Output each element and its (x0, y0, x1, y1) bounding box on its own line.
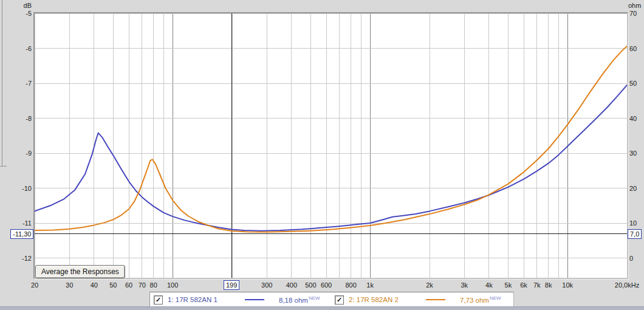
ohm-tick-label: 50 (629, 79, 637, 88)
freq-tick-label: 6k (520, 281, 527, 289)
db-tick-label: -9 (9, 149, 32, 157)
legend-item-1: ✓ 1: 17R 582AN 1 8,18 ohmNEW (150, 292, 331, 307)
left-axis-unit: dB (12, 2, 32, 9)
db-tick-label: -7 (9, 79, 32, 88)
freq-tick-label: 2k (426, 281, 433, 289)
series2-checkbox[interactable]: ✓ (335, 295, 344, 305)
ohm-tick-label: 10 (629, 219, 637, 227)
freq-tick-label: 80 (150, 281, 157, 289)
cursor-db-readout[interactable]: -11,30 (10, 229, 33, 239)
freq-tick-label: 1k (366, 281, 374, 289)
db-tick-label: -10 (9, 184, 32, 193)
db-tick-label: -5 (9, 9, 32, 18)
freq-tick-label: 7k (533, 281, 541, 289)
panel-splitter-notch (0, 166, 7, 167)
ohm-tick-label: 40 (629, 114, 637, 123)
freq-tick-label: 40 (91, 281, 98, 289)
ohm-tick-label: 60 (629, 44, 637, 53)
freq-tick-label: 800 (345, 281, 356, 289)
average-responses-button[interactable]: Average the Responses (35, 265, 125, 278)
cursor-ohm-readout[interactable]: 7,0 (628, 229, 642, 239)
series2-new-badge: NEW (490, 295, 501, 301)
freq-tick-label: 20 (31, 281, 38, 289)
series2-label: 2: 17R 582AN 2 (349, 296, 426, 303)
freq-tick-label: 600 (321, 281, 332, 289)
series1-checkbox[interactable]: ✓ (154, 295, 163, 305)
series2-ohm-text: 7,73 ohm (460, 297, 489, 304)
window-bottom-edge (0, 306, 644, 310)
right-axis-unit: ohm (628, 2, 641, 9)
freq-tick-label: 5k (505, 281, 512, 289)
freq-tick-label: 70 (139, 281, 146, 289)
series1-label: 1: 17R 582AN 1 (168, 296, 245, 303)
series1-cursor-value: 8,18 ohmNEW (279, 295, 320, 304)
freq-tick-label: 300 (261, 281, 272, 289)
ohm-tick-label: 20 (629, 184, 637, 193)
freq-tick-label: 400 (286, 281, 297, 289)
series1-ohm-text: 8,18 ohm (279, 297, 308, 304)
freq-tick-label: 50 (109, 281, 117, 289)
freq-tick-label: 500 (305, 281, 316, 289)
db-tick-label: -6 (9, 44, 32, 53)
ohm-tick-label: 70 (629, 9, 637, 18)
freq-tick-label: 10k (562, 281, 573, 289)
legend-bar: ✓ 1: 17R 582AN 1 8,18 ohmNEW ✓ 2: 17R 58… (149, 292, 514, 308)
freq-tick-label: 4k (485, 281, 493, 289)
measurement-app-window: dB ohm -5-6-7-8-9-10-11-12 7060504030201… (0, 0, 644, 310)
legend-item-2: ✓ 2: 17R 582AN 2 7,73 ohmNEW (331, 292, 512, 307)
series1-line-swatch (245, 299, 264, 300)
cursor-frequency-readout[interactable]: 199 (224, 280, 239, 290)
ohm-tick-label: 30 (629, 149, 637, 157)
ohm-tick-label: 0 (629, 254, 633, 263)
impedance-chart[interactable] (35, 13, 627, 278)
series1-new-badge: NEW (309, 295, 320, 301)
panel-splitter (2, 0, 2, 166)
freq-tick-label: 60 (125, 281, 132, 289)
series2-cursor-value: 7,73 ohmNEW (460, 295, 501, 304)
series2-line-swatch (426, 299, 445, 300)
freq-tick-label: 30 (66, 281, 73, 289)
db-tick-label: -8 (9, 114, 32, 123)
db-tick-label: -12 (9, 254, 32, 263)
freq-tick-label: 8k (545, 281, 552, 289)
freq-tick-label: 20,0kHz (615, 281, 639, 289)
freq-tick-label: 3k (461, 281, 468, 289)
freq-tick-label: 100 (167, 281, 178, 289)
db-tick-label: -11 (9, 219, 32, 227)
